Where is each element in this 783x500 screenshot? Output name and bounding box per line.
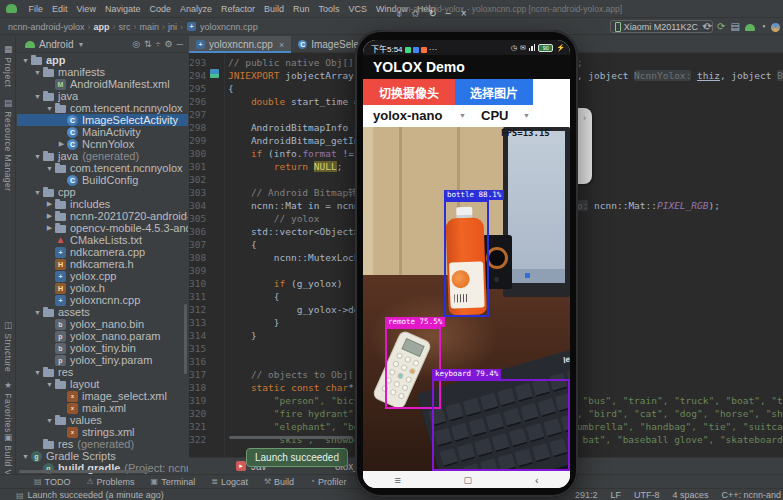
tree-item-yoloxncnn-cpp[interactable]: +yoloxncnn.cpp xyxy=(17,294,188,306)
tree-item-image-select-xml[interactable]: ximage_select.xml xyxy=(17,390,188,402)
tree-item-yolox-nano-param[interactable]: pyolox_nano.param xyxy=(17,330,188,342)
run-app-icon[interactable]: ▸ xyxy=(236,461,246,471)
jni-method-gutter-icon[interactable] xyxy=(210,69,219,78)
menu-build[interactable]: Build xyxy=(259,4,288,14)
tree-item-values[interactable]: ▼values xyxy=(17,414,188,426)
android-debug-icon[interactable] xyxy=(745,24,755,31)
breadcrumb-item[interactable]: src xyxy=(119,22,131,32)
status-segment[interactable]: 4 spaces xyxy=(672,490,708,500)
toolwindow-build[interactable]: ⚒Build xyxy=(264,477,294,487)
tree-chevron-icon[interactable]: ▼ xyxy=(33,189,42,196)
locate-file-icon[interactable]: ◎ xyxy=(132,39,140,49)
tool-stripe-favorites[interactable]: ★ Favorites xyxy=(3,380,13,433)
status-segment[interactable]: 291:2 xyxy=(575,490,598,500)
tree-chevron-icon[interactable]: ▼ xyxy=(45,165,54,172)
menu-edit[interactable]: Edit xyxy=(48,4,73,14)
breadcrumb-item[interactable]: jni xyxy=(168,22,177,32)
tree-item-includes[interactable]: ▶includes xyxy=(17,198,188,210)
tree-chevron-icon[interactable]: ▼ xyxy=(21,453,30,460)
tree-item-cmakelists-txt[interactable]: ▲CMakeLists.txt xyxy=(17,234,188,246)
close-icon[interactable]: × xyxy=(279,40,284,50)
tree-chevron-icon[interactable]: ▼ xyxy=(45,381,54,388)
menu-navigate[interactable]: Navigate xyxy=(100,4,145,14)
recents-icon[interactable]: ≡ xyxy=(394,474,400,486)
favorite-icon[interactable]: ✩ xyxy=(411,8,419,20)
tree-item-gradle-scripts[interactable]: ▼gGradle Scripts xyxy=(17,450,188,462)
tree-chevron-icon[interactable]: ▼ xyxy=(33,369,42,376)
tool-stripe-resource-manager[interactable]: ▤ Resource Manager xyxy=(3,98,13,192)
tree-item-com-tencent-ncnnyolox[interactable]: ▼com.tencent.ncnnyolox xyxy=(17,102,188,114)
toolwindow-profiler[interactable]: ◔Profiler xyxy=(310,477,346,487)
tree-chevron-icon[interactable]: ▶ xyxy=(45,212,54,220)
menu-analyze[interactable]: Analyze xyxy=(175,4,216,14)
model-spinner[interactable]: yolox-nano xyxy=(373,108,442,123)
tree-chevron-icon[interactable]: ▼ xyxy=(21,57,30,64)
tree-item-yolox-tiny-bin[interactable]: byolox_tiny.bin xyxy=(17,342,188,354)
toolwindow-todo[interactable]: ▤TODO xyxy=(34,477,70,487)
tree-chevron-icon[interactable]: ▶ xyxy=(45,200,54,208)
tree-chevron-icon[interactable]: ▼ xyxy=(45,105,54,112)
tree-item-yolox-nano-bin[interactable]: byolox_nano.bin xyxy=(17,318,188,330)
tree-item-yolox-tiny-param[interactable]: pyolox_tiny.param xyxy=(17,354,188,366)
tree-item-imageselectactivity[interactable]: CImageSelectActivity xyxy=(17,114,188,126)
project-tree-hscrollbar[interactable] xyxy=(19,470,149,473)
power-icon[interactable]: ⌽ xyxy=(396,8,402,20)
tree-item-manifests[interactable]: ▼manifests xyxy=(17,66,188,78)
app-button-1[interactable]: 选择图片 xyxy=(455,79,533,105)
breadcrumb-item[interactable]: app xyxy=(94,22,110,32)
tree-item-app[interactable]: ▼app xyxy=(17,54,188,66)
profiler-icon[interactable] xyxy=(771,23,780,32)
tree-chevron-icon[interactable]: ▼ xyxy=(45,417,54,424)
tree-item-cpp[interactable]: ▼cpp xyxy=(17,186,188,198)
device-spinner[interactable]: CPU xyxy=(481,108,508,123)
breadcrumb-file[interactable]: yoloxncnn.cpp xyxy=(200,22,258,32)
settings-gear-icon[interactable]: ⚙ xyxy=(165,39,173,49)
tree-item-main-xml[interactable]: xmain.xml xyxy=(17,402,188,414)
status-segment[interactable]: UTF-8 xyxy=(634,490,660,500)
menu-refactor[interactable]: Refactor xyxy=(216,4,259,14)
back-icon[interactable]: ‹ xyxy=(535,474,539,486)
tree-chevron-icon[interactable]: ▶ xyxy=(45,224,54,232)
rotate-icon[interactable]: ↻ xyxy=(428,8,436,20)
project-tree[interactable]: ▼app▼manifestsMAndroidManifest.xml▼java▼… xyxy=(17,54,188,474)
tree-item-mainactivity[interactable]: CMainActivity xyxy=(17,126,188,138)
tree-item-ncnn-20210720-android-vulkan[interactable]: ▶ncnn-20210720-android-vulkan xyxy=(17,210,188,222)
tree-chevron-icon[interactable]: ▶ xyxy=(57,140,66,148)
tree-item-strings-xml[interactable]: xstrings.xml xyxy=(17,426,188,438)
attach-debugger-icon[interactable]: ⟳ xyxy=(717,21,725,33)
tab-yoloxncnn-cpp[interactable]: +yoloxncnn.cpp× xyxy=(189,36,291,53)
home-icon[interactable]: ▢ xyxy=(464,475,473,485)
tree-item-ndkcamera-cpp[interactable]: +ndkcamera.cpp xyxy=(17,246,188,258)
project-tree-scrollbar[interactable] xyxy=(184,304,187,374)
toolwindow-problems[interactable]: ⚠Problems xyxy=(86,477,134,487)
tree-item-java[interactable]: ▼java (generated) xyxy=(17,150,188,162)
tree-chevron-icon[interactable]: ▼ xyxy=(33,69,42,76)
editor-hscrollbar[interactable] xyxy=(229,436,353,439)
layout-inspector-icon[interactable]: ◔ xyxy=(760,21,766,33)
tree-item-assets[interactable]: ▼assets xyxy=(17,306,188,318)
tree-item-java[interactable]: ▼java xyxy=(17,90,188,102)
tree-chevron-icon[interactable]: ▼ xyxy=(33,93,42,100)
breadcrumb-item[interactable]: ncnn-android-yolox xyxy=(8,22,85,32)
tool-stripe-project[interactable]: ▦ Project xyxy=(3,44,13,87)
tree-item-yolox-h[interactable]: Hyolox.h xyxy=(17,282,188,294)
tree-item-res[interactable]: res (generated) xyxy=(17,438,188,450)
tree-item-buildconfig[interactable]: CBuildConfig xyxy=(17,174,188,186)
device-file-explorer-icon[interactable]: ▤ xyxy=(731,21,740,33)
close-icon[interactable]: × xyxy=(461,8,467,20)
tree-chevron-icon[interactable]: ▼ xyxy=(33,309,42,316)
tree-chevron-icon[interactable]: ▼ xyxy=(33,153,42,160)
tree-item-com-tencent-ncnnyolox[interactable]: ▼com.tencent.ncnnyolox xyxy=(17,162,188,174)
app-button-0[interactable]: 切换摄像头 xyxy=(363,79,455,105)
sync-project-icon[interactable]: ⟳ xyxy=(704,21,712,33)
menu-file[interactable]: File xyxy=(24,4,48,14)
tool-stripe-structure[interactable]: ◫ Structure xyxy=(3,320,13,372)
menu-tools[interactable]: Tools xyxy=(314,4,344,14)
menu-code[interactable]: Code xyxy=(145,4,176,14)
tree-item-ndkcamera-h[interactable]: Hndkcamera.h xyxy=(17,258,188,270)
minimize-icon[interactable]: − xyxy=(446,8,452,20)
toolwindow-terminal[interactable]: ▣Terminal xyxy=(151,477,196,487)
status-segment[interactable]: LF xyxy=(610,490,621,500)
menu-view[interactable]: View xyxy=(72,4,100,14)
collapse-all-icon[interactable]: ÷ xyxy=(156,39,161,49)
